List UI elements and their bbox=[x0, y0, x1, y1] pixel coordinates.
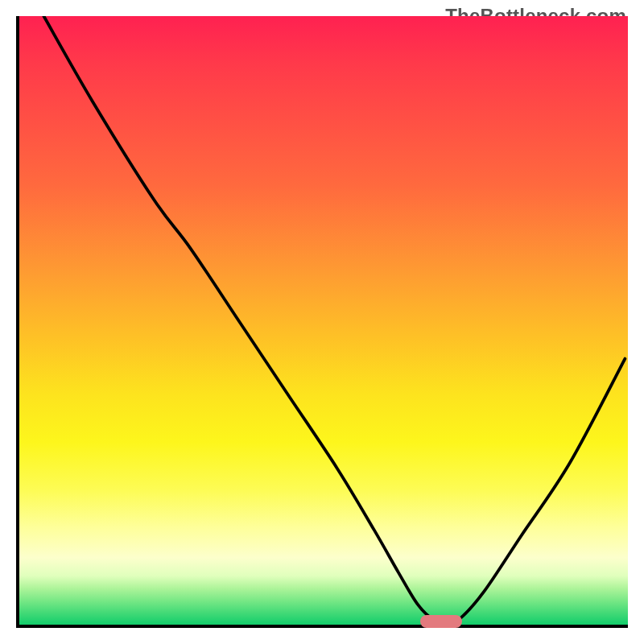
background-gradient bbox=[19, 16, 628, 625]
plot-area bbox=[16, 16, 628, 628]
optimal-marker bbox=[420, 615, 462, 628]
chart-container: TheBottleneck.com bbox=[0, 0, 644, 644]
